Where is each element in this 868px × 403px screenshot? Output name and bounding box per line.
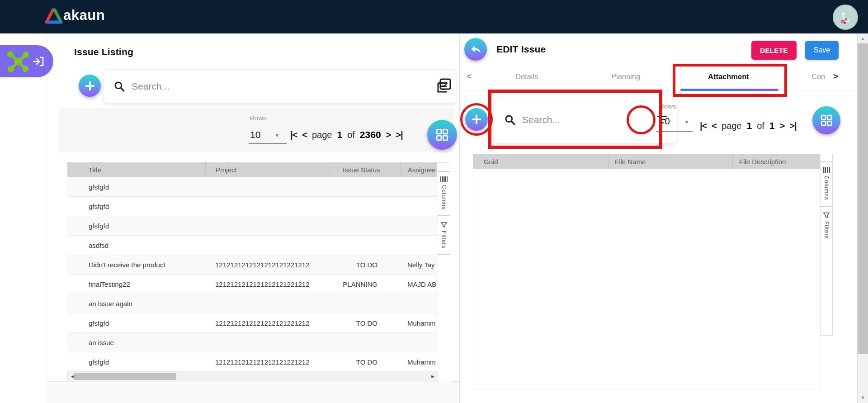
column-header: File Name [608, 154, 732, 169]
search-input[interactable] [521, 114, 653, 126]
table-side-tabs: Columns Filters [438, 162, 450, 382]
page-total: 2360 [360, 129, 381, 140]
columns-side-tab[interactable]: Columns [440, 172, 448, 215]
last-page-button[interactable]: >| [396, 130, 402, 140]
table-row[interactable]: an issue again [67, 294, 437, 313]
pagination: |< < page 1 of 2360 > >| [290, 129, 403, 140]
layout-switch-icon[interactable]: 2 [435, 77, 452, 95]
cell-project: 1212121212121212121221212 [205, 358, 330, 366]
chevron-down-icon[interactable]: ▾ [276, 132, 278, 138]
grid-view-button[interactable] [427, 120, 457, 150]
table-row[interactable]: gfsfgfd [67, 216, 437, 236]
scroll-up-icon[interactable]: ▲ [860, 36, 865, 41]
table-row[interactable]: gfsfgfd 1212121212121212121221212 TO DO … [67, 313, 437, 333]
cell-assignee: Muhamm [400, 358, 437, 366]
tab-details[interactable]: Details [515, 72, 538, 81]
tabs-separator [460, 90, 857, 90]
back-button[interactable] [464, 38, 487, 61]
table-row[interactable]: gfsfgfd [67, 197, 437, 216]
page-title: Issue Listing [74, 47, 133, 57]
plus-icon [84, 80, 96, 92]
first-page-button[interactable]: |< [290, 130, 297, 140]
cell-title: gfsfgfd [67, 319, 205, 327]
delete-button[interactable]: DELETE [751, 41, 797, 60]
cell-project: 1212121212121212121221212 [205, 319, 330, 327]
sidebar-item-network[interactable] [0, 45, 53, 77]
cell-title: an issue [67, 339, 205, 346]
filters-side-tab[interactable]: Filters [440, 216, 448, 254]
next-page-button[interactable]: > [386, 130, 391, 140]
prev-page-button[interactable]: < [712, 121, 717, 131]
pagination: |< < page 1 of 1 > >| [700, 120, 797, 131]
page-vertical-scrollbar[interactable]: ▲ ▼ [857, 33, 868, 403]
page-total: 1 [769, 120, 775, 131]
panel-title: EDIT Issue [496, 44, 546, 55]
cell-status: TO DO [330, 261, 400, 269]
back-arrow-icon [470, 43, 481, 55]
add-attachment-button[interactable] [465, 108, 488, 131]
of-label: of [757, 121, 764, 131]
save-button[interactable]: Save [805, 41, 839, 60]
grid-icon [820, 114, 833, 127]
page-label: page [722, 121, 742, 131]
table-row[interactable]: asdfsd [67, 236, 437, 255]
login-arrow-icon [33, 55, 44, 68]
scrollbar-thumb[interactable] [74, 373, 176, 380]
filters-tab-label: Filters [823, 221, 830, 239]
page-current: 1 [746, 120, 752, 131]
grid-view-button[interactable] [812, 106, 840, 134]
cell-project: 1212121212121212121221212 [205, 280, 330, 288]
prev-page-button[interactable]: < [302, 130, 307, 140]
active-tab-underline [680, 89, 778, 91]
add-issue-button[interactable] [79, 75, 101, 97]
tab-conversation-clipped[interactable]: Con [811, 72, 825, 81]
svg-text:2: 2 [443, 81, 447, 88]
filters-side-tab[interactable]: Filters [823, 207, 830, 245]
cell-title: asdfsd [67, 242, 205, 249]
issue-table-header: Title Project Issue Status Assignee [67, 162, 437, 177]
user-avatar[interactable]: L [833, 5, 858, 30]
table-horizontal-scrollbar[interactable]: ◄ ► [67, 371, 438, 382]
next-page-button[interactable]: > [780, 121, 785, 131]
rows-per-page-value[interactable]: 10 [250, 129, 260, 140]
column-header: Issue Status [330, 162, 400, 177]
scroll-right-icon[interactable]: ► [430, 374, 435, 379]
rows-per-page-label: Rows [659, 102, 676, 110]
table-row[interactable]: Didn't receive the product 1212121212121… [67, 255, 437, 275]
filter-funnel-icon [823, 212, 830, 218]
table-row[interactable]: gfsfgfd 1212121212121212121221212 TO DO … [67, 352, 437, 372]
tab-planning[interactable]: Planning [611, 72, 640, 81]
column-header: Title [67, 162, 205, 177]
tab-attachment[interactable]: Attachment [708, 72, 749, 81]
last-page-button[interactable]: >| [789, 121, 796, 131]
columns-icon [440, 176, 448, 182]
columns-icon [823, 167, 830, 173]
cell-title: finalTesting22 [67, 280, 205, 288]
cell-title: an issue again [67, 300, 205, 308]
search-input[interactable] [131, 81, 432, 92]
scrollbar-thumb[interactable] [858, 43, 868, 354]
rows-per-page-value[interactable]: 0 [665, 116, 670, 127]
cell-title: gfsfgfd [67, 203, 205, 210]
rows-per-page-label: Rows [250, 114, 267, 122]
cell-status: TO DO [330, 319, 400, 327]
cell-title: gfsfgfd [67, 183, 205, 191]
plus-icon [471, 114, 482, 125]
scroll-down-icon[interactable]: ▼ [860, 395, 865, 400]
cell-project: 1212121212121212121221212 [205, 261, 330, 269]
tabs-scroll-left-icon[interactable]: < [467, 71, 472, 81]
of-label: of [347, 130, 355, 140]
avatar-leaf-decoration [845, 18, 847, 20]
attachment-search-bar [494, 96, 677, 143]
table-row[interactable]: gfsfgfd [67, 177, 437, 197]
rows-select-underline [249, 143, 287, 144]
first-page-button[interactable]: |< [700, 121, 707, 131]
table-row[interactable]: an issue [67, 333, 437, 352]
column-header: Guid [473, 154, 608, 169]
tabs-scroll-right-icon[interactable]: > [833, 71, 838, 81]
chevron-down-icon[interactable]: ▾ [685, 119, 688, 125]
table-row[interactable]: finalTesting22 1212121212121212121221212… [67, 275, 437, 294]
attachment-table-body-empty [473, 169, 821, 389]
columns-side-tab[interactable]: Columns [823, 162, 830, 206]
table-side-tabs: Columns Filters [820, 154, 833, 336]
